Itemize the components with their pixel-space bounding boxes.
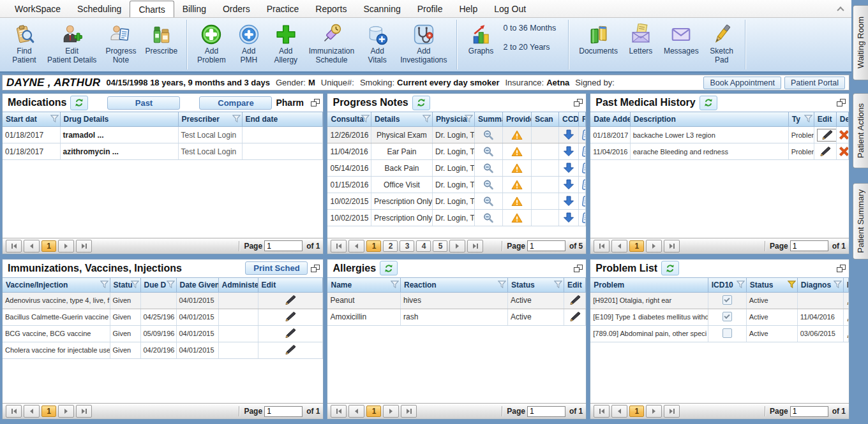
- warning-icon[interactable]: [511, 163, 523, 173]
- first-page-button[interactable]: [6, 405, 22, 418]
- page-number-button-1[interactable]: 1: [366, 406, 381, 417]
- report-doc-icon[interactable]: [581, 129, 586, 141]
- filter-icon[interactable]: [737, 281, 745, 288]
- filter-icon[interactable]: [100, 281, 108, 288]
- problem-list-page-input[interactable]: [790, 406, 828, 417]
- toolbar-add-investigations-button[interactable]: Add Investigations: [396, 21, 451, 66]
- menu-item-billing[interactable]: Billing: [174, 0, 214, 17]
- medications-page-input[interactable]: [264, 240, 303, 251]
- pencil-icon[interactable]: [569, 312, 581, 322]
- ccd-arrow-icon[interactable]: [564, 129, 574, 140]
- filter-icon[interactable]: [498, 281, 506, 288]
- first-page-button[interactable]: [594, 405, 610, 418]
- toolbar-add-pmh-button[interactable]: Add PMH: [230, 21, 267, 66]
- page-number-button-1[interactable]: 1: [41, 406, 56, 417]
- pencil-icon[interactable]: [285, 328, 296, 339]
- side-tab-patient-actions[interactable]: Patient Actions: [853, 93, 868, 168]
- menu-item-scanning[interactable]: Scanning: [355, 0, 408, 17]
- warning-icon[interactable]: [511, 213, 523, 223]
- medications-past-button[interactable]: Past: [107, 96, 180, 110]
- immunizations-print-sched-button[interactable]: Print Sched: [245, 261, 308, 275]
- ccd-arrow-icon[interactable]: [564, 146, 574, 157]
- last-page-button[interactable]: [76, 405, 92, 418]
- filter-icon[interactable]: [465, 115, 473, 122]
- filter-icon[interactable]: [361, 115, 370, 122]
- last-page-button[interactable]: [467, 240, 483, 252]
- toolbar-add-problem-button[interactable]: Add Problem: [193, 21, 230, 66]
- checkbox-checked-icon[interactable]: [722, 312, 732, 321]
- first-page-button[interactable]: [331, 240, 347, 252]
- first-page-button[interactable]: [594, 240, 610, 252]
- pencil-icon[interactable]: [285, 312, 296, 322]
- menu-item-help[interactable]: Help: [451, 0, 486, 17]
- prev-page-button[interactable]: [611, 405, 627, 418]
- last-page-button[interactable]: [401, 405, 417, 418]
- side-tab-patient-summary[interactable]: Patient Summary: [853, 183, 868, 260]
- filter-icon[interactable]: [391, 281, 399, 288]
- checkbox-unchecked-icon[interactable]: [722, 328, 732, 338]
- medications-compare-button[interactable]: Compare: [199, 96, 272, 110]
- last-page-button[interactable]: [664, 405, 680, 418]
- report-doc-icon[interactable]: [581, 163, 586, 174]
- magnifier-icon[interactable]: [483, 147, 494, 157]
- next-page-button[interactable]: [449, 240, 465, 252]
- ccd-arrow-icon[interactable]: [564, 179, 574, 190]
- filter-icon[interactable]: [50, 115, 59, 122]
- prev-page-button[interactable]: [24, 240, 40, 252]
- checkbox-checked-icon[interactable]: [722, 295, 732, 305]
- toolbar-prescribe-button[interactable]: Prescribe: [140, 21, 182, 57]
- page-number-button-3[interactable]: 3: [400, 240, 414, 252]
- ccd-arrow-icon[interactable]: [564, 163, 574, 173]
- toolbar-documents-button[interactable]: Documents: [574, 21, 622, 57]
- toolbar-progress-note-button[interactable]: Progress Note: [101, 21, 140, 66]
- filter-icon[interactable]: [834, 281, 842, 288]
- report-doc-icon[interactable]: [581, 179, 586, 191]
- warning-icon[interactable]: [511, 180, 523, 190]
- filter-icon[interactable]: [232, 115, 241, 122]
- menu-item-practice[interactable]: Practice: [258, 0, 308, 17]
- pencil-icon[interactable]: [821, 130, 833, 140]
- ccd-arrow-icon[interactable]: [564, 212, 574, 223]
- toolbar-add-allergy-button[interactable]: Add Allergy: [267, 21, 304, 66]
- filter-icon[interactable]: [131, 281, 139, 288]
- menu-item-log-out[interactable]: Log Out: [486, 0, 534, 17]
- page-number-button-1[interactable]: 1: [629, 406, 644, 417]
- next-page-button[interactable]: [58, 240, 74, 252]
- toolbar-find-patient-button[interactable]: Find Patient: [6, 21, 43, 66]
- progress-notes-refresh-button[interactable]: [412, 96, 430, 110]
- problem-list-maximize-icon[interactable]: [837, 265, 846, 272]
- pencil-icon[interactable]: [285, 295, 296, 305]
- report-doc-icon[interactable]: [581, 146, 586, 157]
- page-number-button-4[interactable]: 4: [416, 240, 431, 252]
- patient-portal-button[interactable]: Patient Portal: [784, 77, 845, 89]
- page-number-button-5[interactable]: 5: [433, 240, 447, 252]
- toolbar-messages-button[interactable]: Messages: [659, 21, 703, 57]
- prev-page-button[interactable]: [348, 240, 364, 252]
- prev-page-button[interactable]: [348, 405, 364, 418]
- toolbar-sketch-pad-button[interactable]: Sketch Pad: [703, 21, 740, 66]
- magnifier-icon[interactable]: [483, 180, 494, 190]
- ribbon-collapse-icon[interactable]: [837, 6, 844, 12]
- page-number-button-1[interactable]: 1: [41, 240, 56, 252]
- ccd-arrow-icon[interactable]: [564, 196, 574, 207]
- last-page-button[interactable]: [76, 240, 92, 252]
- next-page-button[interactable]: [58, 405, 74, 418]
- magnifier-icon[interactable]: [483, 213, 494, 223]
- report-doc-icon[interactable]: [581, 212, 586, 224]
- pencil-icon[interactable]: [285, 345, 296, 355]
- allergies-maximize-icon[interactable]: [574, 265, 583, 272]
- toolbar-graphs-button[interactable]: Graphs: [463, 21, 500, 57]
- progress-notes-maximize-icon[interactable]: [574, 99, 583, 106]
- allergies-refresh-button[interactable]: [380, 261, 398, 275]
- pencil-icon[interactable]: [846, 312, 849, 322]
- filter-active-icon[interactable]: [788, 281, 796, 288]
- magnifier-icon[interactable]: [483, 196, 494, 207]
- last-page-button[interactable]: [664, 240, 680, 252]
- allergies-page-input[interactable]: [527, 406, 565, 417]
- next-page-button[interactable]: [383, 405, 399, 418]
- toolbar-immunization-schedule-button[interactable]: Immunization Schedule: [304, 21, 359, 66]
- toolbar-edit-patient-details-button[interactable]: Edit Patient Details: [43, 21, 101, 66]
- filter-icon[interactable]: [554, 281, 562, 288]
- warning-icon[interactable]: [511, 130, 523, 140]
- medications-maximize-icon[interactable]: [311, 99, 320, 106]
